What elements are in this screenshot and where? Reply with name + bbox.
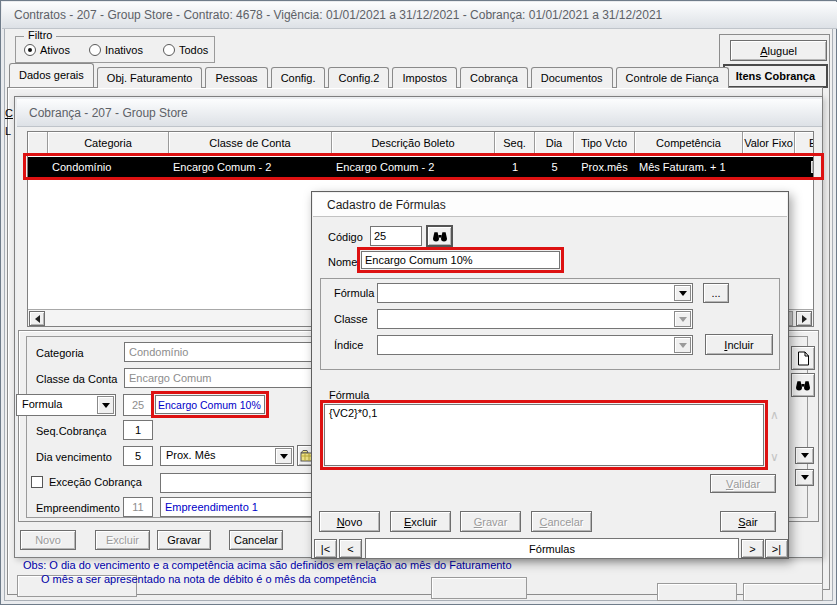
dialog-titlebar[interactable]: Cadastro de Fórmulas (313, 193, 787, 217)
table-header-dia[interactable]: Dia (535, 132, 574, 154)
tab-documentos[interactable]: Documentos (531, 67, 613, 88)
dlg-indice-arrow (674, 337, 691, 353)
table-header-ext[interactable]: Ext (795, 132, 814, 154)
formula-builder-group: Fórmula ... Classe Índice Incluir (320, 278, 780, 370)
radio-inativos[interactable]: Inativos (89, 44, 143, 56)
tab-pessoas[interactable]: Pessoas (205, 67, 267, 88)
hscroll-right-button[interactable] (796, 311, 812, 326)
main-titlebar[interactable]: Contratos - 207 - Group Store - Contrato… (2, 2, 837, 29)
ghost-button-1 (431, 577, 527, 599)
tab-config[interactable]: Config. (271, 67, 326, 88)
radio-ativos-icon[interactable] (24, 44, 36, 56)
codigo-field[interactable]: 25 (370, 226, 422, 246)
form-cancelar-button[interactable]: Cancelar (229, 530, 283, 550)
search-record-button[interactable] (791, 373, 815, 397)
cobranca-titlebar[interactable]: Cobrança - 207 - Group Store (17, 99, 822, 127)
radio-inativos-icon[interactable] (89, 44, 101, 56)
contratos-window: Contratos - 207 - Group Store - Contrato… (0, 0, 837, 605)
nome-field[interactable]: Encargo Comum 10% (361, 251, 560, 269)
new-document-icon (797, 351, 810, 366)
validar-button[interactable]: Validar (710, 474, 776, 493)
formula-selector-arrow[interactable] (97, 396, 114, 414)
dlg-classe-combo[interactable] (377, 309, 693, 329)
scroll-down-icon[interactable]: ∨ (770, 450, 779, 464)
dia-tipo-arrow[interactable] (275, 448, 292, 464)
filter-groupbox: Filtro Ativos Inativos Todos (15, 36, 215, 63)
hidden-combo-arrow-1[interactable] (795, 447, 814, 464)
radio-todos-icon[interactable] (163, 44, 175, 56)
nav-last-button[interactable]: >| (765, 539, 788, 558)
table-header-competencia[interactable]: Competência (635, 132, 743, 154)
empreendimento-label: Empreendimento (36, 502, 120, 514)
formula-selector-combo[interactable]: Formula (16, 394, 116, 416)
radio-ativos[interactable]: Ativos (24, 44, 70, 56)
codigo-search-button[interactable] (426, 225, 453, 247)
dlg-formula-arrow[interactable] (674, 285, 691, 301)
excecao-checkbox[interactable] (31, 476, 43, 488)
tab-dados-gerais[interactable]: Dados gerais (9, 63, 94, 87)
dialog-excluir-button[interactable]: Excluir (390, 511, 451, 532)
obs-line1: Obs: O dia do vencimento e a competência… (23, 559, 512, 571)
radio-inativos-label: Inativos (105, 44, 143, 56)
incluir-button[interactable]: Incluir (705, 334, 773, 355)
radio-todos-label: Todos (179, 44, 208, 56)
table-header-classe-de-conta[interactable]: Classe de Conta (169, 132, 332, 154)
arrow-left-icon (35, 315, 40, 323)
clipped-label-fragment-l: L (5, 125, 14, 139)
obs-line2: O mês a ser apresentado na nota de débit… (41, 573, 376, 585)
radio-todos[interactable]: Todos (163, 44, 208, 56)
tab-impostos[interactable]: Impostos (392, 67, 457, 88)
dlg-classe-label: Classe (334, 313, 368, 325)
dia-tipo-value: Prox. Mês (166, 449, 216, 461)
dialog-sair-button[interactable]: Sair (720, 511, 776, 532)
scroll-up-icon[interactable]: ∧ (770, 408, 779, 422)
nav-prev-button[interactable]: < (339, 539, 362, 558)
aluguel-button[interactable]: Aluguel (730, 40, 827, 61)
hidden-combo-arrow-2[interactable] (795, 469, 814, 486)
hscroll-left-button[interactable] (29, 311, 45, 326)
table-header-row: Categoria Classe de Conta Descrição Bole… (28, 132, 813, 154)
seq-cobranca-field[interactable]: 1 (123, 420, 153, 440)
chevron-down-icon (801, 453, 809, 458)
excecao-cobranca-toggle[interactable]: Exceção Cobrança (31, 476, 142, 488)
formula-code-field[interactable]: 25 (123, 394, 153, 416)
selected-row-highlight (23, 153, 824, 180)
dlg-formula-combo[interactable] (377, 283, 693, 303)
dia-vencimento-label: Dia vencimento (36, 451, 112, 463)
cobranca-window-title: Cobrança - 207 - Group Store (29, 106, 188, 120)
table-header-categoria[interactable]: Categoria (48, 132, 169, 154)
itens-cobranca-button[interactable]: Itens Cobrança (723, 64, 828, 88)
chevron-down-icon (280, 454, 288, 459)
dlg-classe-arrow (674, 311, 691, 327)
ghost-button-2 (657, 583, 737, 601)
excecao-label: Exceção Cobrança (49, 476, 142, 488)
form-gravar-button[interactable]: Gravar (157, 530, 211, 550)
dialog-gravar-button[interactable]: Gravar (460, 511, 521, 532)
cadastro-formulas-dialog: Cadastro de Fórmulas Código 25 Nome Enca… (311, 191, 789, 559)
nav-next-button[interactable]: > (741, 539, 764, 558)
dia-vencimento-field[interactable]: 5 (123, 446, 153, 466)
nav-first-button[interactable]: |< (314, 539, 337, 558)
dialog-cancelar-button[interactable]: Cancelar (531, 511, 592, 532)
formula-textarea[interactable]: {VC2}*0,1 (324, 404, 764, 466)
form-excluir-button[interactable]: Excluir (95, 530, 150, 550)
tab-controle-fianca[interactable]: Controle de Fiança (616, 67, 729, 88)
table-header-seq[interactable]: Seq. (495, 132, 535, 154)
formula-browse-button[interactable]: ... (703, 283, 729, 303)
form-novo-button[interactable]: Novo (20, 530, 76, 550)
arrow-right-icon (802, 315, 807, 323)
chevron-down-icon (679, 343, 687, 348)
tab-cobranca[interactable]: Cobrança (460, 67, 528, 88)
tab-obj-faturamento[interactable]: Obj. Faturamento (97, 67, 203, 88)
dlg-indice-combo[interactable] (377, 335, 693, 355)
tab-config2[interactable]: Config.2 (328, 67, 389, 88)
dialog-novo-button[interactable]: Novo (319, 511, 380, 532)
new-record-button[interactable] (791, 346, 815, 370)
dia-tipo-combo[interactable]: Prox. Mês (160, 446, 294, 466)
table-header-tipo-vcto[interactable]: Tipo Vcto (574, 132, 635, 154)
table-header-valor-fixo[interactable]: Valor Fixo (743, 132, 795, 154)
dialog-title: Cadastro de Fórmulas (327, 198, 446, 212)
table-header-selector (28, 132, 48, 154)
table-header-descricao-boleto[interactable]: Descrição Boleto (332, 132, 495, 154)
empreendimento-code-field[interactable]: 11 (123, 497, 153, 517)
